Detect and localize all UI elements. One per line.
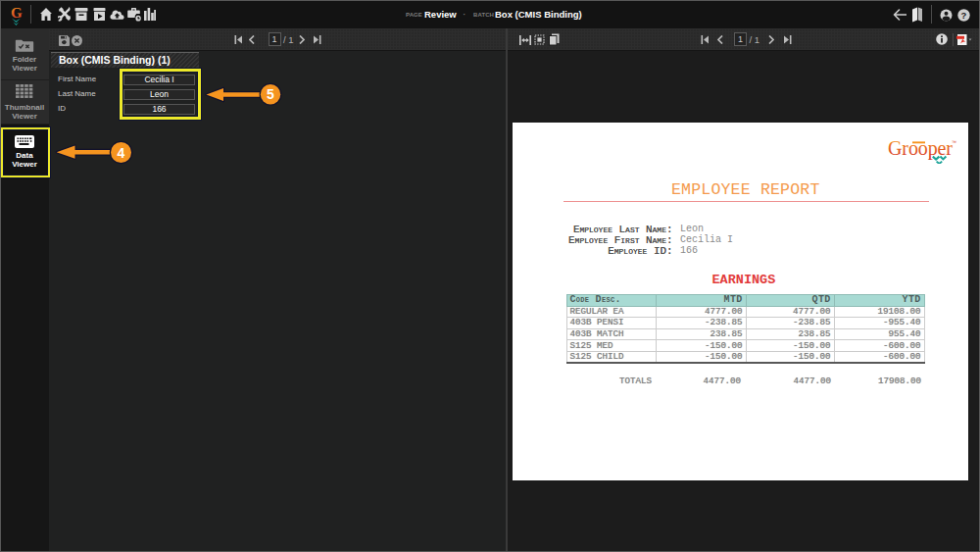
svg-text:Grooper: Grooper [888, 137, 953, 160]
svg-text:?: ? [961, 10, 967, 21]
svg-text:5: 5 [267, 86, 274, 102]
svg-text:G: G [11, 5, 23, 21]
svg-text:4: 4 [118, 145, 125, 161]
svg-text:™: ™ [952, 139, 956, 145]
